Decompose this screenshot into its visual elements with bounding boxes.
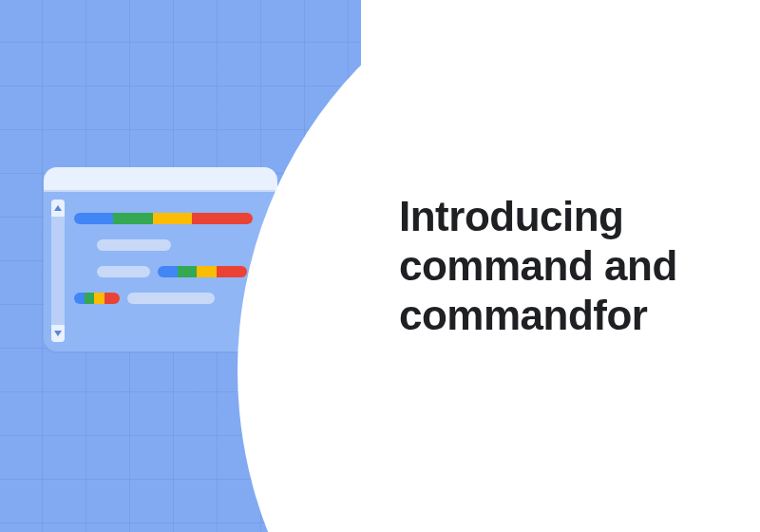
- code-token: [97, 266, 150, 277]
- hero-headline: Introducing command and commandfor: [361, 192, 696, 340]
- code-token-rainbow: [158, 266, 247, 277]
- code-line: [74, 258, 266, 285]
- curve-divider: [238, 0, 361, 532]
- hero-left-panel: [0, 0, 361, 532]
- scroll-down-icon: [51, 325, 65, 342]
- code-token: [97, 239, 171, 251]
- code-lines: [74, 205, 266, 340]
- editor-titlebar: [44, 167, 277, 192]
- code-line: [74, 285, 266, 312]
- headline-line-3: commandfor: [399, 292, 647, 338]
- scroll-up-icon: [51, 200, 65, 217]
- headline-line-1: Introducing: [399, 193, 623, 239]
- headline-line-2: command and: [399, 242, 677, 289]
- code-line: [74, 205, 266, 232]
- code-token-rainbow: [74, 213, 253, 224]
- code-token-rainbow: [74, 293, 120, 304]
- code-token: [127, 293, 215, 304]
- code-line: [74, 232, 266, 258]
- scrollbar: [51, 200, 65, 342]
- hero-right-panel: Introducing command and commandfor: [361, 0, 760, 532]
